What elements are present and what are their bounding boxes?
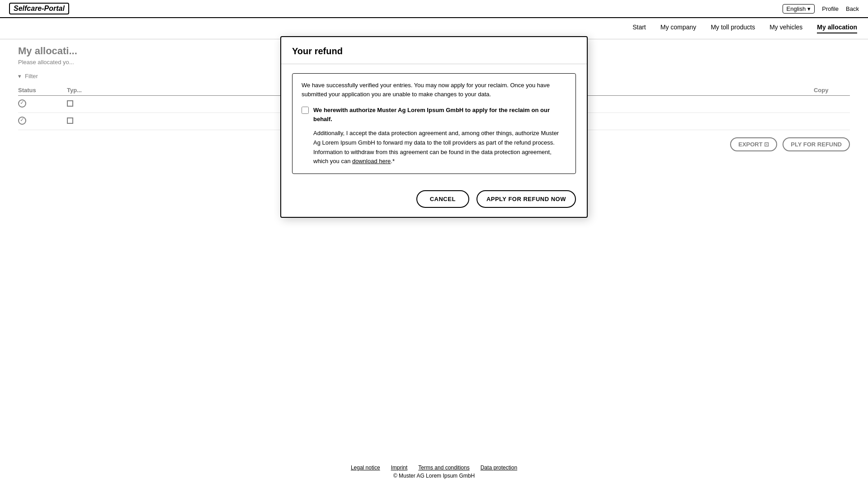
footer-copyright: © Muster AG Lorem Ipsum GmbH	[0, 473, 868, 479]
nav-item-start[interactable]: Start	[632, 23, 646, 33]
asterisk: .*	[391, 158, 395, 164]
authorize-checkbox-row: We herewith authorize Muster Ag Lorem Ip…	[302, 106, 566, 123]
square-icon	[67, 100, 112, 108]
nav-item-toll-products[interactable]: My toll products	[711, 23, 755, 33]
modal-header: Your refund	[281, 37, 587, 64]
additional-text: Additionally, I accept the data protecti…	[313, 129, 566, 166]
col-copy: Copy	[814, 87, 850, 94]
filter-row: ▾ Filter	[18, 73, 38, 80]
col-5	[581, 87, 810, 94]
modal-title: Your refund	[292, 46, 576, 56]
nav-item-company[interactable]: My company	[660, 23, 696, 33]
nav-item-vehicles[interactable]: My vehicles	[769, 23, 802, 33]
back-link[interactable]: Back	[846, 5, 859, 12]
footer-link-data[interactable]: Data protection	[481, 465, 517, 471]
footer-link-legal[interactable]: Legal notice	[351, 465, 380, 471]
filter-label: Filter	[25, 73, 38, 80]
footer: Legal notice Imprint Terms and condition…	[0, 465, 868, 479]
chevron-down-icon	[807, 5, 811, 12]
apply-for-refund-now-button[interactable]: APPLY FOR REFUND NOW	[476, 190, 576, 208]
profile-link[interactable]: Profile	[822, 5, 839, 12]
footer-link-imprint[interactable]: Imprint	[391, 465, 408, 471]
additional-text-content: Additionally, I accept the data protecti…	[313, 130, 559, 164]
chevron-down-filter-icon: ▾	[18, 73, 21, 80]
apply-for-refund-button[interactable]: PLY FOR REFUND	[783, 137, 850, 151]
nav-item-allocation[interactable]: My allocation	[817, 23, 857, 33]
col-type: Typ...	[67, 87, 112, 94]
info-text: We have successfully verified your entri…	[302, 81, 566, 99]
check-icon	[18, 99, 63, 109]
language-label: English	[787, 5, 806, 12]
cancel-button[interactable]: CANCEL	[416, 190, 469, 208]
footer-link-terms[interactable]: Terms and conditions	[418, 465, 469, 471]
col-status: Status	[18, 87, 63, 94]
authorize-label: We herewith authorize Muster Ag Lorem Ip…	[313, 106, 566, 123]
info-box: We have successfully verified your entri…	[292, 73, 576, 174]
modal-body: We have successfully verified your entri…	[281, 64, 587, 183]
language-selector[interactable]: English	[783, 4, 815, 14]
top-bar: Selfcare-Portal English Profile Back	[0, 0, 868, 18]
footer-links: Legal notice Imprint Terms and condition…	[0, 465, 868, 471]
authorize-checkbox[interactable]	[302, 107, 309, 114]
logo: Selfcare-Portal	[9, 3, 69, 14]
download-here-link[interactable]: download here	[352, 158, 391, 164]
check-icon	[18, 117, 63, 126]
refund-modal: Your refund We have successfully verifie…	[280, 36, 588, 218]
top-bar-right: English Profile Back	[783, 4, 859, 14]
export-button[interactable]: EXPORT ⊡	[730, 137, 777, 151]
square-icon	[67, 117, 112, 125]
modal-footer: CANCEL APPLY FOR REFUND NOW	[281, 183, 587, 217]
